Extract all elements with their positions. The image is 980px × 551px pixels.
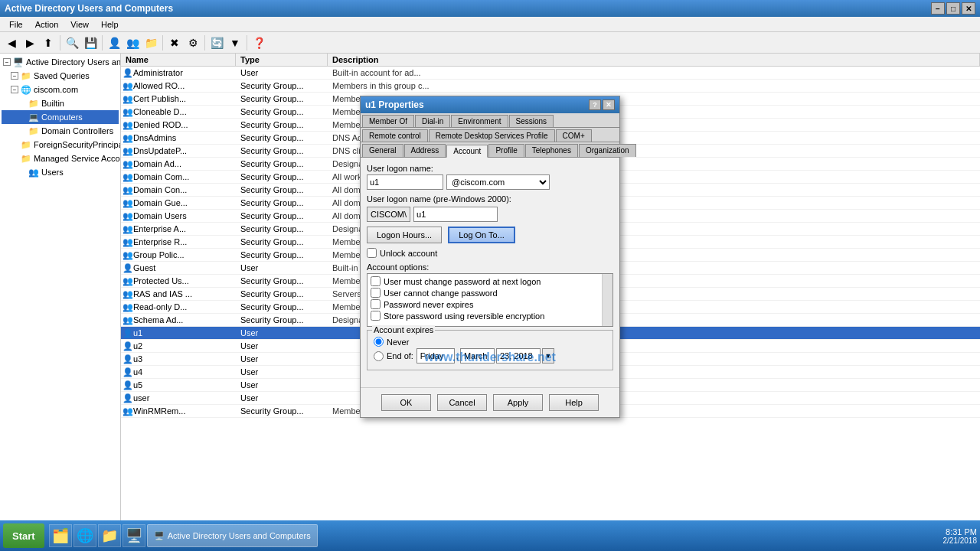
list-item[interactable]: 👤u2User [121, 340, 980, 353]
list-item[interactable]: 👤u4User [121, 366, 980, 379]
ciscom-icon: 🌐 [20, 83, 32, 96]
main-container: − 🖥️ Active Directory Users and Com − 📁 … [0, 54, 980, 534]
list-item[interactable]: 👤AdministratorUserBuilt-in account for a… [121, 67, 980, 80]
list-item[interactable]: 👥Enterprise R...Security Group...Members… [121, 236, 980, 249]
row-icon: 👥 [122, 106, 133, 117]
taskbar-icon-ie[interactable]: 🌐 [74, 524, 96, 547]
taskbar-icon-folder[interactable]: 📁 [98, 524, 121, 547]
tree-managed-service[interactable]: 📁 Managed Service Accou... [2, 152, 119, 165]
tree-ciscom[interactable]: − 🌐 ciscom.com [2, 83, 119, 96]
new-group-button[interactable]: 👥 [124, 34, 141, 51]
tree-root[interactable]: − 🖥️ Active Directory Users and Com [2, 55, 119, 69]
list-item[interactable]: 👥Cloneable D...Security Group...Members … [121, 106, 980, 119]
clock-time: 8:31 PM [943, 527, 978, 536]
list-item[interactable]: 👤GuestUserBuilt-in account for gue... [121, 262, 980, 275]
users-node-icon: 👥 [28, 166, 40, 178]
list-item[interactable]: 👤userUser [121, 392, 980, 405]
header-type[interactable]: Type [236, 54, 328, 66]
taskbar-right: 8:31 PM 2/21/2018 [943, 527, 978, 545]
back-button[interactable]: ◀ [3, 34, 20, 51]
taskbar-icon-explorer[interactable]: 🗂️ [49, 524, 72, 547]
row-icon: 👥 [122, 132, 133, 143]
title-bar-buttons: − □ ✕ [931, 2, 975, 15]
list-item[interactable]: 👥Read-only D...Security Group...Members … [121, 301, 980, 314]
list-item[interactable]: 👥Cert Publish...Security Group...Members… [121, 93, 980, 106]
list-item[interactable]: 👥Domain Com...Security Group...All works… [121, 171, 980, 184]
list-item[interactable]: 👤u5User [121, 379, 980, 392]
list-item[interactable]: 👥DnsAdminsSecurity Group...DNS Administr… [121, 132, 980, 145]
tree-users-node[interactable]: 👥 Users [2, 165, 119, 179]
list-item[interactable]: 👥Denied ROD...Security Group...Members i… [121, 119, 980, 132]
row-icon: 👥 [122, 171, 133, 182]
find-button[interactable]: 🔍 [64, 34, 80, 51]
foreign-label: ForeignSecurityPrincipal... [34, 140, 121, 149]
new-user-button[interactable]: 👤 [106, 34, 122, 51]
list-item[interactable]: 👥WinRMRem...Security Group...Members of … [121, 405, 980, 418]
row-icon: 👥 [122, 223, 133, 234]
root-expand-icon[interactable]: − [3, 58, 11, 66]
forward-button[interactable]: ▶ [21, 34, 38, 51]
menu-help[interactable]: Help [95, 19, 125, 30]
row-icon: 👥 [122, 158, 133, 169]
list-item[interactable]: 👥Domain Ad...Security Group...Designated… [121, 158, 980, 171]
menu-file[interactable]: File [3, 19, 29, 30]
tree-computers[interactable]: 💻 Computers [2, 110, 119, 124]
menu-bar: File Action View Help [0, 17, 980, 32]
list-item[interactable]: 👥Schema Ad...Security Group...Designated… [121, 314, 980, 327]
dc-label: Domain Controllers [41, 126, 113, 135]
list-item-u1[interactable]: 👤u1User [121, 327, 980, 340]
up-button[interactable]: ⬆ [40, 34, 57, 51]
row-icon: 👥 [122, 249, 133, 260]
list-item[interactable]: 👥Group Polic...Security Group...Members … [121, 249, 980, 262]
taskbar: Start 🗂️ 🌐 📁 🖥️ 🖥️ Active Directory User… [0, 520, 980, 551]
row-icon: 👥 [122, 184, 133, 195]
menu-action[interactable]: Action [29, 19, 65, 30]
saved-expand-icon[interactable]: − [11, 72, 18, 80]
start-button[interactable]: Start [3, 523, 44, 548]
delete-button[interactable]: ✖ [166, 34, 183, 51]
tree-saved-queries[interactable]: − 📁 Saved Queries [2, 69, 119, 83]
list-item[interactable]: 👥DnsUpdateP...Security Group...DNS clien… [121, 145, 980, 158]
list-item[interactable]: 👥Domain Con...Security Group...All domai… [121, 184, 980, 197]
computers-icon: 💻 [28, 111, 40, 123]
header-name[interactable]: Name [121, 54, 236, 66]
list-header: Name Type Description [121, 54, 980, 67]
tree-root-label: Active Directory Users and Com [26, 57, 121, 67]
row-icon: 👤 [122, 367, 133, 377]
new-ou-button[interactable]: 📁 [142, 34, 159, 51]
list-item[interactable]: 👥RAS and IAS ...Security Group...Servers… [121, 288, 980, 301]
properties-button[interactable]: ⚙ [185, 34, 201, 51]
row-icon: 👤 [122, 393, 133, 403]
computers-label: Computers [41, 112, 83, 122]
restore-button[interactable]: □ [946, 2, 960, 15]
list-item[interactable]: 👥Protected Us...Security Group...Members… [121, 275, 980, 288]
row-icon: 👥 [122, 119, 133, 130]
dc-icon: 📁 [28, 125, 40, 137]
menu-view[interactable]: View [64, 19, 95, 30]
filter-button[interactable]: ▼ [227, 34, 243, 51]
tree-foreign-security[interactable]: 📁 ForeignSecurityPrincipal... [2, 138, 119, 152]
toolbar: ◀ ▶ ⬆ 🔍 💾 👤 👥 📁 ✖ ⚙ 🔄 ▼ ❓ [0, 32, 980, 54]
refresh-button[interactable]: 🔄 [208, 34, 225, 51]
list-item[interactable]: 👤u3User [121, 353, 980, 366]
help-toolbar-button[interactable]: ❓ [250, 34, 267, 51]
saved-folder-icon: 📁 [20, 70, 32, 82]
close-button[interactable]: ✕ [962, 2, 975, 15]
taskbar-active-app[interactable]: 🖥️ Active Directory Users and Computers [147, 524, 318, 547]
list-item[interactable]: 👥Domain UsersSecurity Group...All domain… [121, 210, 980, 223]
row-icon: 👥 [122, 406, 133, 416]
row-icon: 👥 [122, 289, 133, 299]
list-item[interactable]: 👥Domain Gue...Security Group...All domai… [121, 197, 980, 210]
taskbar-icon-terminal[interactable]: 🖥️ [122, 524, 145, 547]
tree-domain-controllers[interactable]: 📁 Domain Controllers [2, 124, 119, 138]
row-icon: 👥 [122, 93, 133, 104]
list-item[interactable]: 👥Enterprise A...Security Group...Designa… [121, 223, 980, 236]
header-description[interactable]: Description [328, 54, 980, 66]
tree-builtin[interactable]: 📁 Builtin [2, 96, 119, 110]
save-button[interactable]: 💾 [82, 34, 99, 51]
list-item[interactable]: 👥Allowed RO...Security Group...Members i… [121, 80, 980, 93]
row-icon: 👥 [122, 236, 133, 247]
ciscom-expand-icon[interactable]: − [11, 86, 18, 93]
row-icon: 👤 [122, 328, 133, 338]
minimize-button[interactable]: − [931, 2, 945, 15]
